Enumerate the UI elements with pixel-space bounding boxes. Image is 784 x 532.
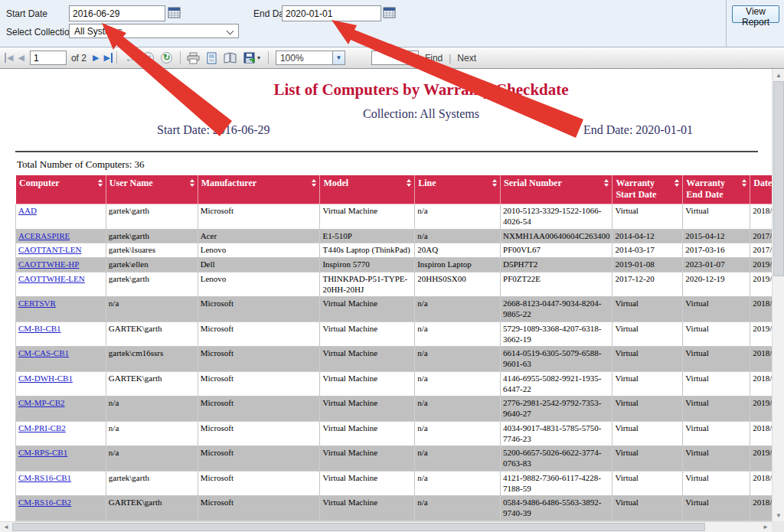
sort-icon[interactable] <box>675 179 679 187</box>
column-header-label: User Name <box>109 178 153 189</box>
scroll-up-icon[interactable]: ▲ <box>773 70 784 80</box>
sort-icon[interactable] <box>312 179 316 187</box>
refresh-icon[interactable]: ↻ <box>159 51 175 66</box>
toolbar-separator <box>268 51 269 64</box>
horizontal-scrollbar-thumb[interactable] <box>12 523 705 531</box>
cell-date-c: 2019/12 <box>750 272 772 297</box>
computer-link[interactable]: CAOTTWHE-HP <box>18 259 79 269</box>
back-to-parent-report-icon[interactable]: ← <box>122 51 138 66</box>
table-row: CM-BI-CB1GARTEK\garthMicrosoftVirtual Ma… <box>16 321 773 347</box>
find-input[interactable] <box>371 51 419 65</box>
cell-user-name: gartek\garth <box>106 204 198 230</box>
cell-warranty-start-date: Virtual <box>612 421 683 446</box>
find-next-button[interactable]: Next <box>457 53 476 64</box>
start-date-input[interactable] <box>69 5 165 21</box>
sort-icon[interactable] <box>742 179 746 187</box>
cell-computer: ACERASPIRE <box>16 229 106 243</box>
sort-icon[interactable] <box>492 179 497 187</box>
table-row: CM-RS16-CB1gartek\garthMicrosoftVirtual … <box>16 471 773 496</box>
stop-rendering-icon[interactable]: ✖ <box>141 51 156 66</box>
vertical-scrollbar[interactable]: ▲ ▼ <box>772 69 784 521</box>
sort-icon[interactable] <box>190 179 194 187</box>
computer-link[interactable]: CM-RS16-CB2 <box>18 498 71 507</box>
computer-link[interactable]: AAD <box>18 206 37 215</box>
scroll-left-icon[interactable]: ◄ <box>2 522 11 532</box>
print-icon[interactable] <box>186 51 201 66</box>
panel-divider <box>726 0 727 47</box>
computer-link[interactable]: CM-MP-CB2 <box>18 398 65 407</box>
column-header-warranty-start-date[interactable]: Warranty Start Date <box>612 175 683 204</box>
column-header-computer[interactable]: Computer <box>16 175 106 204</box>
start-date-calendar-icon[interactable] <box>168 7 181 19</box>
current-page-input[interactable] <box>30 51 67 65</box>
page-count-label: of 2 <box>71 53 87 64</box>
horizontal-scrollbar[interactable]: ◄ ► <box>0 521 772 532</box>
chevron-down-icon <box>227 28 234 35</box>
computer-link[interactable]: CM-CAS-CB1 <box>18 348 69 357</box>
end-date-input[interactable] <box>282 5 381 21</box>
column-header-date-c[interactable]: Date C <box>750 175 772 204</box>
cell-model: Virtual Machine <box>320 321 415 347</box>
cell-warranty-end-date: Virtual <box>683 496 750 521</box>
print-layout-icon[interactable] <box>204 51 220 66</box>
cell-serial-number: 2010-5123-3329-1522-1066-4026-54 <box>501 204 612 230</box>
report-page: List of Computers by Warranty Checkdate … <box>0 80 772 521</box>
column-header-label: Model <box>323 178 348 189</box>
column-header-warranty-end-date[interactable]: Warranty End Date <box>683 175 750 204</box>
cell-computer: CM-DWH-CB1 <box>16 371 106 397</box>
computer-link[interactable]: ACERASPIRE <box>18 231 70 240</box>
column-header-line[interactable]: Line <box>415 175 501 204</box>
zoom-dropdown-icon[interactable]: ▼ <box>332 51 345 65</box>
cell-line: n/a <box>415 347 501 372</box>
find-button[interactable]: Find <box>425 53 443 64</box>
sort-icon[interactable] <box>98 179 103 187</box>
select-collection-label: Select Collection <box>6 27 74 38</box>
sort-icon[interactable] <box>407 179 411 187</box>
cell-computer: CM-PRI-CB2 <box>16 421 106 446</box>
previous-page-button[interactable]: ◀ <box>15 53 26 63</box>
cell-user-name: GARTEK\garth <box>106 371 198 397</box>
computer-link[interactable]: CM-BI-CB1 <box>18 324 61 333</box>
computer-link[interactable]: CM-RPS-CB1 <box>18 448 67 457</box>
column-header-manufacturer[interactable]: Manufacturer <box>198 175 320 204</box>
collection-dropdown[interactable]: All Systems <box>69 24 239 38</box>
scroll-down-icon[interactable]: ▼ <box>773 511 784 520</box>
computer-link[interactable]: CERTSVR <box>18 299 56 308</box>
column-header-label: Computer <box>19 178 60 189</box>
end-date-calendar-icon[interactable] <box>383 7 397 19</box>
report-collection-line: Collection: All Systems <box>0 107 772 121</box>
zoom-select[interactable]: 100% ▼ <box>276 51 345 65</box>
cell-line: Inspiron Laptop <box>415 258 501 273</box>
cell-computer: CM-RS16-CB2 <box>16 496 106 521</box>
table-row: CAOTTWHE-HPgartek\ellenDellInspiron 5770… <box>16 258 773 273</box>
last-page-button[interactable]: ▶ <box>101 53 112 63</box>
table-row: CAOTTANT-LENgartek\lsuaresLenovoT440s La… <box>16 243 773 258</box>
computer-link[interactable]: CAOTTWHE-LEN <box>18 274 85 283</box>
computer-link[interactable]: CM-RS16-CB1 <box>18 473 71 482</box>
export-icon[interactable]: ▾ <box>241 51 263 66</box>
next-page-button[interactable]: ▶ <box>90 53 101 63</box>
export-dropdown-icon[interactable]: ▾ <box>257 54 260 61</box>
vertical-scrollbar-thumb[interactable] <box>773 81 784 276</box>
cell-user-name: GARTEK\garth <box>106 321 198 347</box>
cell-warranty-start-date: 2014-04-12 <box>612 229 683 243</box>
computer-link[interactable]: CAOTTANT-LEN <box>18 245 81 254</box>
column-header-label: Warranty Start Date <box>616 178 671 201</box>
cell-date-c: 2019/12 <box>750 397 772 422</box>
sort-icon[interactable] <box>604 179 609 187</box>
cell-warranty-start-date: Virtual <box>612 371 683 397</box>
page-setup-icon[interactable] <box>223 51 238 66</box>
computer-link[interactable]: CM-PRI-CB2 <box>18 423 66 432</box>
cell-computer: AAD <box>16 204 106 230</box>
computer-link[interactable]: CM-DWH-CB1 <box>18 374 73 383</box>
cell-manufacturer: Lenovo <box>198 272 320 297</box>
column-header-model[interactable]: Model <box>320 175 415 204</box>
scroll-right-icon[interactable]: ► <box>761 522 770 532</box>
view-report-button[interactable]: View Report <box>732 5 779 23</box>
cell-manufacturer: Microsoft <box>198 496 320 521</box>
column-header-user-name[interactable]: User Name <box>106 175 198 204</box>
column-header-label: Serial Number <box>504 178 562 189</box>
column-header-serial-number[interactable]: Serial Number <box>501 175 612 204</box>
cell-computer: CERTSVR <box>16 297 106 322</box>
first-page-button[interactable]: ◀ <box>5 53 15 63</box>
